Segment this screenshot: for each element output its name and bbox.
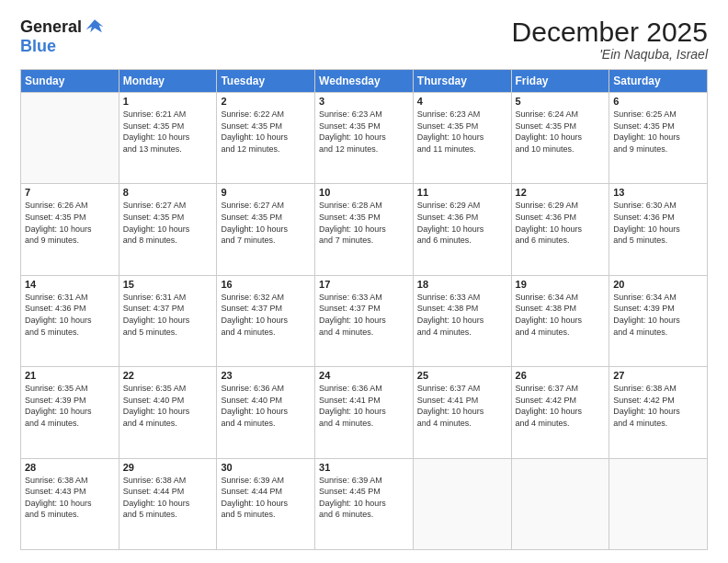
table-row: 22Sunrise: 6:35 AM Sunset: 4:40 PM Dayli… (119, 367, 217, 458)
day-number: 16 (221, 279, 311, 290)
table-row: 30Sunrise: 6:39 AM Sunset: 4:44 PM Dayli… (217, 458, 315, 549)
logo: General Blue (20, 17, 105, 56)
page: General Blue December 2025 'Ein Naquba, … (0, 0, 728, 563)
table-row: 24Sunrise: 6:36 AM Sunset: 4:41 PM Dayli… (315, 367, 414, 458)
day-number: 27 (613, 370, 703, 381)
day-info: Sunrise: 6:23 AM Sunset: 4:35 PM Dayligh… (417, 109, 507, 155)
day-info: Sunrise: 6:26 AM Sunset: 4:35 PM Dayligh… (25, 200, 115, 246)
col-sunday: Sunday (21, 70, 119, 93)
table-row: 12Sunrise: 6:29 AM Sunset: 4:36 PM Dayli… (511, 184, 609, 275)
calendar-week-row: 21Sunrise: 6:35 AM Sunset: 4:39 PM Dayli… (21, 367, 708, 458)
col-monday: Monday (119, 70, 217, 93)
table-row: 13Sunrise: 6:30 AM Sunset: 4:36 PM Dayli… (609, 184, 708, 275)
day-number: 1 (123, 96, 213, 107)
day-info: Sunrise: 6:37 AM Sunset: 4:41 PM Dayligh… (417, 383, 507, 429)
calendar-header-row: Sunday Monday Tuesday Wednesday Thursday… (21, 70, 708, 93)
day-number: 5 (516, 96, 606, 107)
day-number: 13 (613, 187, 703, 198)
table-row: 17Sunrise: 6:33 AM Sunset: 4:37 PM Dayli… (315, 275, 414, 366)
table-row: 29Sunrise: 6:38 AM Sunset: 4:44 PM Dayli… (119, 458, 217, 549)
table-row: 4Sunrise: 6:23 AM Sunset: 4:35 PM Daylig… (413, 93, 511, 184)
table-row: 11Sunrise: 6:29 AM Sunset: 4:36 PM Dayli… (413, 184, 511, 275)
day-number: 30 (221, 462, 311, 473)
day-number: 31 (319, 462, 409, 473)
table-row: 21Sunrise: 6:35 AM Sunset: 4:39 PM Dayli… (21, 367, 119, 458)
col-friday: Friday (511, 70, 609, 93)
day-info: Sunrise: 6:39 AM Sunset: 4:44 PM Dayligh… (221, 475, 311, 521)
day-number: 9 (221, 187, 311, 198)
day-number: 3 (319, 96, 409, 107)
day-info: Sunrise: 6:24 AM Sunset: 4:35 PM Dayligh… (516, 109, 606, 155)
table-row: 8Sunrise: 6:27 AM Sunset: 4:35 PM Daylig… (119, 184, 217, 275)
table-row: 27Sunrise: 6:38 AM Sunset: 4:42 PM Dayli… (609, 367, 708, 458)
day-info: Sunrise: 6:36 AM Sunset: 4:41 PM Dayligh… (319, 383, 409, 429)
day-number: 19 (516, 279, 606, 290)
day-number: 11 (417, 187, 507, 198)
day-info: Sunrise: 6:34 AM Sunset: 4:38 PM Dayligh… (516, 292, 606, 338)
day-number: 8 (123, 187, 213, 198)
day-info: Sunrise: 6:38 AM Sunset: 4:42 PM Dayligh… (613, 383, 703, 429)
table-row: 14Sunrise: 6:31 AM Sunset: 4:36 PM Dayli… (21, 275, 119, 366)
day-number: 21 (25, 370, 115, 381)
day-info: Sunrise: 6:27 AM Sunset: 4:35 PM Dayligh… (221, 200, 311, 246)
table-row: 31Sunrise: 6:39 AM Sunset: 4:45 PM Dayli… (315, 458, 414, 549)
month-title: December 2025 (512, 17, 708, 47)
calendar-week-row: 7Sunrise: 6:26 AM Sunset: 4:35 PM Daylig… (21, 184, 708, 275)
day-info: Sunrise: 6:27 AM Sunset: 4:35 PM Dayligh… (123, 200, 213, 246)
calendar-week-row: 1Sunrise: 6:21 AM Sunset: 4:35 PM Daylig… (21, 93, 708, 184)
day-info: Sunrise: 6:35 AM Sunset: 4:39 PM Dayligh… (25, 383, 115, 429)
day-number: 20 (613, 279, 703, 290)
day-info: Sunrise: 6:34 AM Sunset: 4:39 PM Dayligh… (613, 292, 703, 338)
day-number: 28 (25, 462, 115, 473)
day-info: Sunrise: 6:32 AM Sunset: 4:37 PM Dayligh… (221, 292, 311, 338)
day-number: 18 (417, 279, 507, 290)
table-row (21, 93, 119, 184)
day-info: Sunrise: 6:33 AM Sunset: 4:37 PM Dayligh… (319, 292, 409, 338)
table-row: 28Sunrise: 6:38 AM Sunset: 4:43 PM Dayli… (21, 458, 119, 549)
day-number: 2 (221, 96, 311, 107)
table-row: 6Sunrise: 6:25 AM Sunset: 4:35 PM Daylig… (609, 93, 708, 184)
day-info: Sunrise: 6:28 AM Sunset: 4:35 PM Dayligh… (319, 200, 409, 246)
col-tuesday: Tuesday (217, 70, 315, 93)
day-info: Sunrise: 6:23 AM Sunset: 4:35 PM Dayligh… (319, 109, 409, 155)
day-info: Sunrise: 6:29 AM Sunset: 4:36 PM Dayligh… (516, 200, 606, 246)
table-row: 10Sunrise: 6:28 AM Sunset: 4:35 PM Dayli… (315, 184, 414, 275)
logo-bird-icon (85, 17, 105, 37)
day-info: Sunrise: 6:38 AM Sunset: 4:44 PM Dayligh… (123, 475, 213, 521)
location: 'Ein Naquba, Israel (512, 47, 708, 62)
table-row: 9Sunrise: 6:27 AM Sunset: 4:35 PM Daylig… (217, 184, 315, 275)
table-row: 5Sunrise: 6:24 AM Sunset: 4:35 PM Daylig… (511, 93, 609, 184)
day-info: Sunrise: 6:21 AM Sunset: 4:35 PM Dayligh… (123, 109, 213, 155)
svg-marker-0 (86, 19, 104, 32)
day-info: Sunrise: 6:22 AM Sunset: 4:35 PM Dayligh… (221, 109, 311, 155)
logo-general-text: General (20, 18, 82, 35)
day-number: 12 (516, 187, 606, 198)
calendar-week-row: 28Sunrise: 6:38 AM Sunset: 4:43 PM Dayli… (21, 458, 708, 549)
table-row: 7Sunrise: 6:26 AM Sunset: 4:35 PM Daylig… (21, 184, 119, 275)
day-info: Sunrise: 6:33 AM Sunset: 4:38 PM Dayligh… (417, 292, 507, 338)
day-info: Sunrise: 6:36 AM Sunset: 4:40 PM Dayligh… (221, 383, 311, 429)
day-info: Sunrise: 6:29 AM Sunset: 4:36 PM Dayligh… (417, 200, 507, 246)
calendar-week-row: 14Sunrise: 6:31 AM Sunset: 4:36 PM Dayli… (21, 275, 708, 366)
day-info: Sunrise: 6:25 AM Sunset: 4:35 PM Dayligh… (613, 109, 703, 155)
day-info: Sunrise: 6:39 AM Sunset: 4:45 PM Dayligh… (319, 475, 409, 521)
day-number: 17 (319, 279, 409, 290)
logo-blue-text: Blue (20, 37, 56, 55)
day-number: 7 (25, 187, 115, 198)
day-number: 29 (123, 462, 213, 473)
day-info: Sunrise: 6:31 AM Sunset: 4:36 PM Dayligh… (25, 292, 115, 338)
day-info: Sunrise: 6:38 AM Sunset: 4:43 PM Dayligh… (25, 475, 115, 521)
table-row: 25Sunrise: 6:37 AM Sunset: 4:41 PM Dayli… (413, 367, 511, 458)
table-row (511, 458, 609, 549)
day-number: 26 (516, 370, 606, 381)
day-number: 24 (319, 370, 409, 381)
header-right: December 2025 'Ein Naquba, Israel (512, 17, 708, 62)
day-number: 6 (613, 96, 703, 107)
calendar-table: Sunday Monday Tuesday Wednesday Thursday… (20, 69, 708, 550)
table-row (609, 458, 708, 549)
day-number: 10 (319, 187, 409, 198)
col-thursday: Thursday (413, 70, 511, 93)
table-row: 16Sunrise: 6:32 AM Sunset: 4:37 PM Dayli… (217, 275, 315, 366)
table-row: 15Sunrise: 6:31 AM Sunset: 4:37 PM Dayli… (119, 275, 217, 366)
day-info: Sunrise: 6:31 AM Sunset: 4:37 PM Dayligh… (123, 292, 213, 338)
